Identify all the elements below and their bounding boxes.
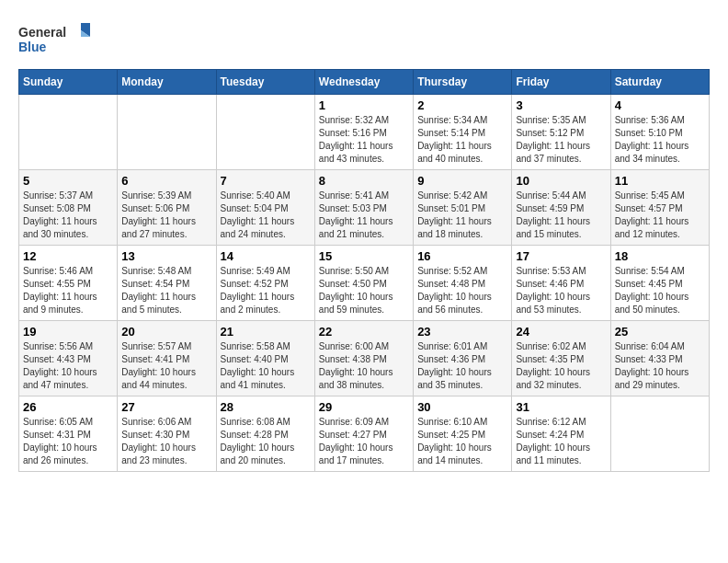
day-info: Sunrise: 5:54 AM Sunset: 4:45 PM Dayligh…: [615, 265, 705, 316]
calendar-cell: 9Sunrise: 5:42 AM Sunset: 5:01 PM Daylig…: [414, 170, 512, 246]
day-info: Sunrise: 5:42 AM Sunset: 5:01 PM Dayligh…: [417, 190, 507, 241]
header-cell-thursday: Thursday: [414, 70, 512, 95]
calendar-cell: 30Sunrise: 6:10 AM Sunset: 4:25 PM Dayli…: [414, 396, 512, 472]
calendar-cell: 21Sunrise: 5:58 AM Sunset: 4:40 PM Dayli…: [216, 321, 314, 396]
calendar-cell: 26Sunrise: 6:05 AM Sunset: 4:31 PM Dayli…: [19, 396, 118, 472]
calendar-cell: 27Sunrise: 6:06 AM Sunset: 4:30 PM Dayli…: [118, 396, 216, 472]
calendar-table: SundayMondayTuesdayWednesdayThursdayFrid…: [18, 69, 710, 472]
day-number: 29: [319, 400, 409, 414]
day-info: Sunrise: 6:08 AM Sunset: 4:28 PM Dayligh…: [221, 416, 311, 467]
day-number: 13: [121, 249, 211, 263]
day-info: Sunrise: 6:00 AM Sunset: 4:38 PM Dayligh…: [319, 340, 409, 392]
calendar-cell: 31Sunrise: 6:12 AM Sunset: 4:24 PM Dayli…: [512, 396, 610, 472]
day-info: Sunrise: 5:36 AM Sunset: 5:10 PM Dayligh…: [615, 114, 705, 166]
calendar-cell: 10Sunrise: 5:44 AM Sunset: 4:59 PM Dayli…: [512, 170, 610, 246]
calendar-cell: 25Sunrise: 6:04 AM Sunset: 4:33 PM Dayli…: [610, 321, 709, 396]
calendar-cell: 19Sunrise: 5:56 AM Sunset: 4:43 PM Dayli…: [19, 321, 118, 396]
day-info: Sunrise: 6:02 AM Sunset: 4:35 PM Dayligh…: [516, 340, 606, 392]
day-info: Sunrise: 5:58 AM Sunset: 4:40 PM Dayligh…: [221, 340, 311, 392]
day-number: 20: [121, 325, 211, 339]
calendar-cell: 1Sunrise: 5:32 AM Sunset: 5:16 PM Daylig…: [314, 95, 413, 170]
day-info: Sunrise: 5:56 AM Sunset: 4:43 PM Dayligh…: [23, 340, 113, 392]
day-info: Sunrise: 5:34 AM Sunset: 5:14 PM Dayligh…: [417, 114, 507, 166]
calendar-cell: 11Sunrise: 5:45 AM Sunset: 4:57 PM Dayli…: [610, 170, 709, 246]
day-number: 24: [516, 325, 606, 339]
calendar-cell: 2Sunrise: 5:34 AM Sunset: 5:14 PM Daylig…: [414, 95, 512, 170]
day-number: 28: [221, 400, 311, 414]
day-info: Sunrise: 5:37 AM Sunset: 5:08 PM Dayligh…: [23, 190, 113, 241]
day-info: Sunrise: 5:50 AM Sunset: 4:50 PM Dayligh…: [319, 265, 409, 316]
day-info: Sunrise: 5:44 AM Sunset: 4:59 PM Dayligh…: [516, 190, 606, 241]
calendar-cell: 7Sunrise: 5:40 AM Sunset: 5:04 PM Daylig…: [216, 170, 314, 246]
day-number: 21: [221, 325, 311, 339]
day-info: Sunrise: 5:45 AM Sunset: 4:57 PM Dayligh…: [615, 190, 705, 241]
day-number: 1: [319, 98, 409, 112]
day-number: 6: [121, 174, 211, 188]
day-number: 27: [121, 400, 211, 414]
calendar-cell: 12Sunrise: 5:46 AM Sunset: 4:55 PM Dayli…: [19, 246, 118, 321]
calendar-cell: 23Sunrise: 6:01 AM Sunset: 4:36 PM Dayli…: [414, 321, 512, 396]
calendar-cell: 22Sunrise: 6:00 AM Sunset: 4:38 PM Dayli…: [314, 321, 413, 396]
calendar-body: 1Sunrise: 5:32 AM Sunset: 5:16 PM Daylig…: [19, 95, 710, 472]
day-info: Sunrise: 6:05 AM Sunset: 4:31 PM Dayligh…: [23, 416, 113, 467]
header-cell-friday: Friday: [512, 70, 610, 95]
day-number: 4: [615, 98, 705, 112]
day-number: 17: [516, 249, 606, 263]
day-number: 31: [516, 400, 606, 414]
calendar-cell: 28Sunrise: 6:08 AM Sunset: 4:28 PM Dayli…: [216, 396, 314, 472]
calendar-cell: 3Sunrise: 5:35 AM Sunset: 5:12 PM Daylig…: [512, 95, 610, 170]
day-number: 25: [615, 325, 705, 339]
calendar-cell: [610, 396, 709, 472]
day-number: 16: [417, 249, 507, 263]
day-number: 12: [23, 249, 113, 263]
day-number: 11: [615, 174, 705, 188]
day-number: 9: [417, 174, 507, 188]
header-cell-monday: Monday: [118, 70, 216, 95]
calendar-week-1: 1Sunrise: 5:32 AM Sunset: 5:16 PM Daylig…: [19, 95, 710, 170]
header-row: SundayMondayTuesdayWednesdayThursdayFrid…: [19, 70, 710, 95]
day-info: Sunrise: 5:48 AM Sunset: 4:54 PM Dayligh…: [121, 265, 211, 316]
calendar-cell: 15Sunrise: 5:50 AM Sunset: 4:50 PM Dayli…: [314, 246, 413, 321]
day-info: Sunrise: 5:52 AM Sunset: 4:48 PM Dayligh…: [417, 265, 507, 316]
calendar-week-2: 5Sunrise: 5:37 AM Sunset: 5:08 PM Daylig…: [19, 170, 710, 246]
header-cell-tuesday: Tuesday: [216, 70, 314, 95]
day-number: 15: [319, 249, 409, 263]
calendar-cell: 13Sunrise: 5:48 AM Sunset: 4:54 PM Dayli…: [118, 246, 216, 321]
day-info: Sunrise: 5:53 AM Sunset: 4:46 PM Dayligh…: [516, 265, 606, 316]
day-info: Sunrise: 5:32 AM Sunset: 5:16 PM Dayligh…: [319, 114, 409, 166]
calendar-cell: 20Sunrise: 5:57 AM Sunset: 4:41 PM Dayli…: [118, 321, 216, 396]
logo-svg: General Blue: [18, 18, 92, 60]
logo: General Blue: [18, 18, 92, 60]
day-info: Sunrise: 5:49 AM Sunset: 4:52 PM Dayligh…: [221, 265, 311, 316]
day-info: Sunrise: 5:35 AM Sunset: 5:12 PM Dayligh…: [516, 114, 606, 166]
day-info: Sunrise: 5:46 AM Sunset: 4:55 PM Dayligh…: [23, 265, 113, 316]
day-number: 3: [516, 98, 606, 112]
day-number: 19: [23, 325, 113, 339]
day-info: Sunrise: 5:41 AM Sunset: 5:03 PM Dayligh…: [319, 190, 409, 241]
header-cell-saturday: Saturday: [610, 70, 709, 95]
header-cell-wednesday: Wednesday: [314, 70, 413, 95]
calendar-cell: 16Sunrise: 5:52 AM Sunset: 4:48 PM Dayli…: [414, 246, 512, 321]
day-number: 22: [319, 325, 409, 339]
day-number: 7: [221, 174, 311, 188]
page-header: General Blue: [18, 18, 710, 60]
day-info: Sunrise: 5:40 AM Sunset: 5:04 PM Dayligh…: [221, 190, 311, 241]
calendar-cell: [19, 95, 118, 170]
day-info: Sunrise: 5:57 AM Sunset: 4:41 PM Dayligh…: [121, 340, 211, 392]
svg-text:Blue: Blue: [18, 40, 47, 54]
calendar-cell: 24Sunrise: 6:02 AM Sunset: 4:35 PM Dayli…: [512, 321, 610, 396]
day-info: Sunrise: 6:04 AM Sunset: 4:33 PM Dayligh…: [615, 340, 705, 392]
calendar-cell: 18Sunrise: 5:54 AM Sunset: 4:45 PM Dayli…: [610, 246, 709, 321]
day-number: 18: [615, 249, 705, 263]
day-number: 2: [417, 98, 507, 112]
calendar-week-5: 26Sunrise: 6:05 AM Sunset: 4:31 PM Dayli…: [19, 396, 710, 472]
calendar-cell: 29Sunrise: 6:09 AM Sunset: 4:27 PM Dayli…: [314, 396, 413, 472]
day-info: Sunrise: 6:12 AM Sunset: 4:24 PM Dayligh…: [516, 416, 606, 467]
day-info: Sunrise: 6:06 AM Sunset: 4:30 PM Dayligh…: [121, 416, 211, 467]
calendar-cell: 4Sunrise: 5:36 AM Sunset: 5:10 PM Daylig…: [610, 95, 709, 170]
calendar-week-3: 12Sunrise: 5:46 AM Sunset: 4:55 PM Dayli…: [19, 246, 710, 321]
calendar-cell: 8Sunrise: 5:41 AM Sunset: 5:03 PM Daylig…: [314, 170, 413, 246]
day-number: 5: [23, 174, 113, 188]
day-number: 26: [23, 400, 113, 414]
calendar-cell: [118, 95, 216, 170]
